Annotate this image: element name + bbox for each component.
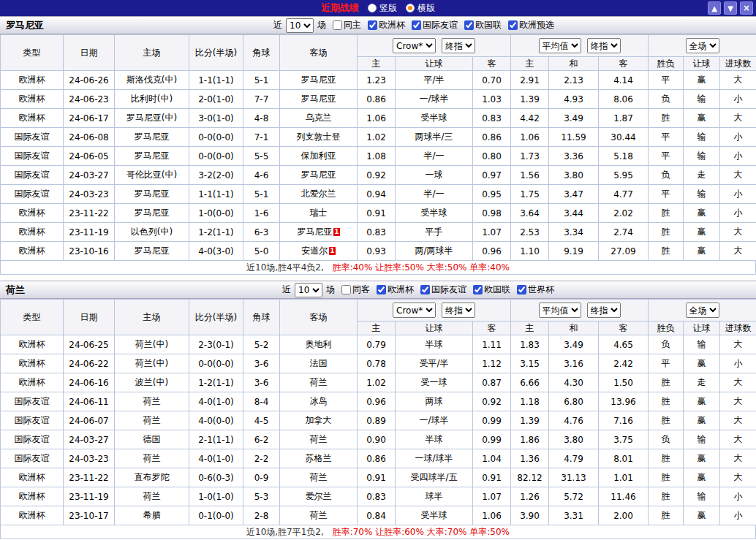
league-checkbox-0-input[interactable]	[377, 285, 386, 294]
home-team-cell: 荷兰(中)	[115, 354, 189, 373]
league-checkbox-2[interactable]: 欧国联	[473, 284, 510, 296]
goals-result-cell: 小	[720, 90, 756, 109]
avg-time-select[interactable]: 终指	[587, 303, 621, 318]
bookmaker-select[interactable]: Crow*	[393, 38, 436, 53]
scroll-up-button[interactable]: ▲	[708, 1, 721, 15]
avg-draw-odds-cell: 3.36	[549, 147, 599, 166]
league-checkbox-3-input[interactable]	[517, 285, 526, 294]
league-type-cell: 国际友谊	[1, 411, 64, 430]
league-checkbox-3-input[interactable]	[508, 20, 518, 30]
league-checkbox-2-input[interactable]	[473, 285, 483, 294]
recent-count-select[interactable]: 10	[295, 283, 322, 297]
score-cell: 0-1(0-0)	[189, 506, 243, 525]
home-team-cell: 罗马尼亚	[115, 185, 189, 204]
league-checkbox-3[interactable]: 世界杯	[517, 284, 554, 296]
handicap-result-cell: 输	[684, 185, 720, 204]
score-cell: 4-0(0-0)	[189, 411, 243, 430]
league-checkbox-2[interactable]: 欧国联	[464, 19, 502, 31]
odds-source-header: Crow* 终指	[358, 300, 511, 322]
date-cell: 23-11-22	[64, 204, 115, 223]
corners-cell: 3-6	[243, 354, 280, 373]
crow-home-odds-cell: 0.83	[358, 223, 396, 242]
score-cell: 3-0(1-0)	[189, 109, 243, 128]
matches-table: 类型 日期 主场 比分(半场) 角球 客场 Crow* 终指 平均值	[0, 299, 756, 525]
date-cell: 24-03-27	[64, 166, 115, 185]
close-button[interactable]: ×	[740, 1, 753, 15]
avg-draw-odds-cell: 5.72	[549, 487, 599, 506]
col-score: 比分(半场)	[189, 300, 243, 335]
outcome-cell: 平	[649, 354, 684, 373]
table-header-row-1: 类型 日期 主场 比分(半场) 角球 客场 Crow* 终指 平均值	[1, 35, 756, 57]
crow-home-odds-cell: 0.79	[358, 335, 396, 354]
corners-cell: 5-3	[243, 487, 280, 506]
home-team-cell: 罗马尼亚	[115, 147, 189, 166]
league-checkbox-2-input[interactable]	[464, 20, 474, 30]
goals-result-cell: 小	[720, 354, 756, 373]
avg-draw-odds-cell: 2.13	[549, 71, 599, 90]
layout-horizontal-radio[interactable]: 横版	[406, 2, 435, 15]
match-row: 欧洲杯24-06-22荷兰(中)0-0(0-0)3-6法国0.78受平/半1.1…	[1, 354, 756, 373]
avg-source-select[interactable]: 平均值	[539, 38, 581, 53]
avg-home-odds-cell: 1.73	[511, 147, 549, 166]
handicap-cell: 受平/半	[396, 354, 473, 373]
recent-label: 近	[273, 19, 282, 31]
match-row: 欧洲杯24-06-25荷兰(中)2-3(0-1)5-2奥地利0.79半球1.11…	[1, 335, 756, 354]
league-checkbox-0[interactable]: 欧洲杯	[377, 284, 414, 296]
crow-home-odds-cell: 0.89	[358, 411, 396, 430]
scroll-down-button[interactable]: ▼	[724, 1, 737, 15]
avg-odds-header: 平均值 终指	[511, 35, 649, 57]
home-team-cell: 哥伦比亚(中)	[115, 166, 189, 185]
league-checkbox-1[interactable]: 国际友谊	[420, 284, 466, 296]
away-team-name: 法国	[310, 358, 328, 368]
fulltime-select[interactable]: 全场	[686, 303, 719, 318]
away-team-cell: 苏格兰	[280, 449, 358, 468]
league-checkbox-1[interactable]: 国际友谊	[412, 19, 458, 31]
score-cell: 2-1(1-1)	[189, 430, 243, 449]
goals-result-cell: 小	[720, 128, 756, 147]
avg-time-select[interactable]: 终指	[587, 38, 621, 53]
fulltime-header: 全场	[649, 300, 756, 322]
crow-away-odds-cell: 0.99	[473, 430, 511, 449]
date-cell: 23-10-17	[64, 506, 115, 525]
goals-result-cell: 大	[720, 335, 756, 354]
goals-result-cell: 大	[720, 430, 756, 449]
col-crow-away: 客	[473, 322, 511, 335]
col-away: 客场	[280, 35, 358, 71]
outcome-cell: 胜	[649, 487, 684, 506]
col-type: 类型	[1, 35, 64, 71]
odds-time-select[interactable]: 终指	[442, 38, 475, 53]
crow-home-odds-cell: 0.94	[358, 185, 396, 204]
league-label-2: 欧国联	[475, 19, 502, 31]
avg-draw-odds-cell: 3.47	[549, 185, 599, 204]
handicap-result-cell: 赢	[684, 242, 720, 261]
handicap-result-cell: 输	[684, 128, 720, 147]
crow-home-odds-cell: 0.96	[358, 392, 396, 411]
avg-home-odds-cell: 1.56	[511, 166, 549, 185]
recent-count-select[interactable]: 10	[286, 18, 314, 33]
league-checkbox-1-input[interactable]	[420, 285, 430, 294]
layout-vertical-radio[interactable]: 竖版	[368, 2, 397, 15]
away-team-name: 保加利亚	[301, 151, 336, 161]
crow-away-odds-cell: 0.83	[473, 109, 511, 128]
avg-home-odds-cell: 3.15	[511, 354, 549, 373]
home-team-cell: 德国	[115, 430, 189, 449]
col-handicap: 让球	[396, 57, 473, 71]
outcome-cell: 胜	[649, 411, 684, 430]
league-checkbox-1-input[interactable]	[412, 20, 421, 30]
same-venue-checkbox[interactable]: 同客	[341, 284, 370, 296]
fulltime-select[interactable]: 全场	[686, 38, 719, 53]
same-venue-checkbox[interactable]: 同主	[333, 19, 361, 31]
league-checkbox-0-input[interactable]	[368, 20, 377, 30]
bookmaker-select[interactable]: Crow*	[393, 303, 436, 318]
league-checkbox-0[interactable]: 欧洲杯	[368, 19, 405, 31]
same-venue-checkbox-input[interactable]	[333, 20, 342, 30]
handicap-cell: 受半球	[396, 204, 473, 223]
same-venue-checkbox-input[interactable]	[341, 285, 351, 294]
away-team-name: 安道尔	[301, 246, 328, 256]
league-checkbox-3[interactable]: 欧洲预选	[508, 19, 554, 31]
avg-source-select[interactable]: 平均值	[539, 303, 581, 318]
avg-away-odds-cell: 13.96	[599, 392, 649, 411]
crow-home-odds-cell: 0.92	[358, 166, 396, 185]
odds-time-select[interactable]: 终指	[442, 303, 475, 318]
avg-away-odds-cell: 8.06	[599, 90, 649, 109]
